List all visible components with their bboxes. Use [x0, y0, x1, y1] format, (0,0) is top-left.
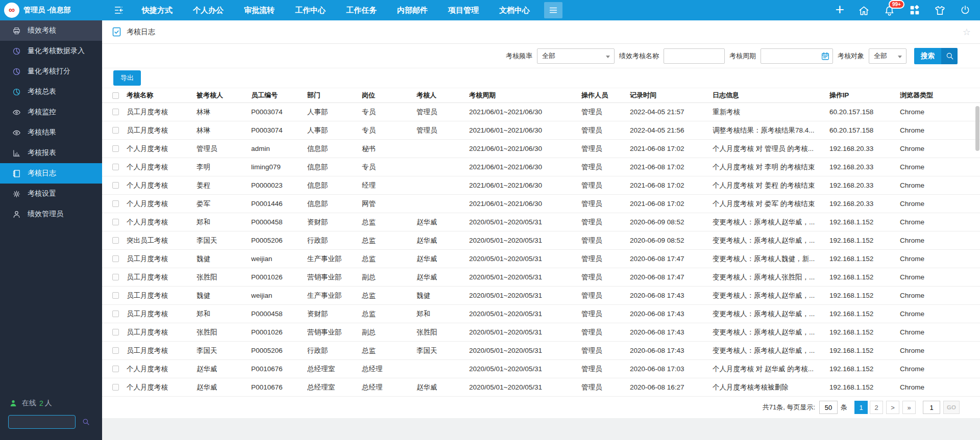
cell-operator: 管理员 — [581, 365, 630, 374]
header-cell: 考核人 — [416, 91, 469, 100]
vertical-scrollbar-thumb[interactable] — [975, 106, 979, 151]
cell-person: 魏健 — [197, 291, 251, 300]
table-row: 个人月度考核赵华威P0010676总经理室总经理赵华威2020/05/01~20… — [102, 378, 980, 397]
page-title: 考核日志 — [127, 28, 155, 37]
cell-emp: P0010676 — [251, 365, 307, 373]
row-checkbox[interactable] — [112, 347, 119, 354]
assessment-name-input[interactable] — [664, 48, 725, 64]
row-checkbox[interactable] — [112, 164, 119, 170]
search-button[interactable]: 搜索 — [914, 48, 958, 64]
sidebar-collapse-icon[interactable] — [113, 5, 125, 16]
go-button[interactable]: GO — [943, 401, 960, 414]
cell-log: 调整考核结果：原考核结果78.4... — [713, 126, 829, 135]
cell-person: 李明 — [197, 163, 251, 172]
row-checkbox[interactable] — [112, 145, 119, 152]
cell-period: 2020/05/01~2020/05/31 — [469, 218, 581, 226]
cell-assessor: 赵华威 — [416, 218, 469, 227]
next-page-button[interactable]: > — [886, 401, 899, 414]
cell-person: 李国天 — [197, 236, 251, 245]
target-select[interactable]: 全部 — [869, 48, 906, 64]
page-button-1[interactable]: 1 — [854, 401, 868, 414]
favorite-star-icon[interactable]: ☆ — [963, 27, 971, 38]
last-page-button[interactable]: » — [902, 401, 916, 414]
page-size-input[interactable] — [819, 401, 838, 414]
row-checkbox[interactable] — [112, 366, 119, 372]
pagination-bar: 共71条, 每页显示: 条 12 > » GO — [102, 397, 980, 418]
row-checkbox[interactable] — [112, 109, 119, 115]
sidebar-item[interactable]: 考核日志 — [0, 163, 102, 184]
nav-item-8[interactable]: 文档中心 — [499, 6, 530, 15]
sidebar-item-label: 考核设置 — [28, 189, 56, 198]
cell-browser: Chrome — [900, 126, 980, 134]
notification-count-badge: 99+ — [889, 0, 904, 9]
sidebar-item[interactable]: 考核设置 — [0, 184, 102, 204]
cell-name: 员工月度考核 — [127, 328, 197, 337]
table-row: 突出员工考核李国天P0005206行政部总监赵华威2020/05/01~2020… — [102, 231, 980, 250]
cell-time: 2020-06-08 16:27 — [630, 383, 713, 391]
nav-more-button[interactable] — [544, 2, 562, 18]
cell-browser: Chrome — [900, 383, 980, 391]
nav-item-1[interactable]: 快捷方式 — [142, 6, 173, 15]
nav-item-3[interactable]: 审批流转 — [244, 6, 275, 15]
row-checkbox[interactable] — [112, 219, 119, 225]
calendar-icon[interactable] — [821, 51, 830, 61]
sidebar-item[interactable]: 考核监控 — [0, 102, 102, 122]
row-checkbox[interactable] — [112, 292, 119, 299]
row-checkbox[interactable] — [112, 255, 119, 262]
sidebar-item[interactable]: 考核报表 — [0, 143, 102, 163]
sidebar-item[interactable]: 绩效考核 — [0, 20, 102, 41]
cell-period: 2020/05/01~2020/05/31 — [469, 383, 581, 391]
sidebar-search-input[interactable] — [8, 415, 76, 429]
online-suffix: 人 — [45, 399, 52, 408]
cell-name: 突出员工考核 — [127, 236, 197, 245]
sidebar-search-icon[interactable] — [82, 418, 90, 426]
cell-ip: 60.20.157.158 — [829, 108, 900, 116]
select-all-checkbox[interactable] — [112, 92, 119, 99]
sidebar-item[interactable]: 量化考核打分 — [0, 61, 102, 82]
header-cell: 考核名称 — [127, 91, 197, 100]
sidebar-item[interactable]: 绩效管理员 — [0, 204, 102, 224]
page-button-2[interactable]: 2 — [870, 401, 883, 414]
cell-post: 总经理 — [362, 365, 416, 374]
nav-item-2[interactable]: 个人办公 — [193, 6, 224, 15]
add-icon[interactable]: + — [835, 2, 844, 17]
cell-emp: weijian — [251, 255, 307, 263]
nav-item-5[interactable]: 工作任务 — [346, 6, 377, 15]
apps-grid-icon[interactable] — [909, 5, 920, 16]
sidebar-item[interactable]: 考核总表 — [0, 82, 102, 102]
row-checkbox[interactable] — [112, 237, 119, 244]
chart-icon — [12, 149, 21, 158]
sidebar-item[interactable]: 考核结果 — [0, 122, 102, 143]
row-checkbox[interactable] — [112, 127, 119, 134]
cell-time: 2020-06-08 17:43 — [630, 310, 713, 318]
row-checkbox[interactable] — [112, 329, 119, 335]
user-department-title: 管理员 -信息部 — [23, 6, 71, 15]
cell-browser: Chrome — [900, 328, 980, 336]
cell-time: 2020-06-09 08:52 — [630, 237, 713, 244]
cell-assessor: 张胜阳 — [416, 328, 469, 337]
home-icon[interactable] — [858, 5, 870, 16]
row-checkbox[interactable] — [112, 310, 119, 317]
notifications-bell-icon[interactable]: 99+ — [884, 5, 895, 16]
cell-name: 员工月度考核 — [127, 126, 197, 135]
logout-power-icon[interactable] — [960, 5, 971, 16]
nav-item-6[interactable]: 内部邮件 — [397, 6, 428, 15]
row-checkbox[interactable] — [112, 384, 119, 391]
row-checkbox[interactable] — [112, 274, 119, 280]
cell-emp: P0001026 — [251, 273, 307, 281]
cell-time: 2020-06-08 17:03 — [630, 365, 713, 373]
cell-dept: 总经理室 — [307, 365, 362, 374]
sidebar-item[interactable]: 量化考核数据录入 — [0, 41, 102, 61]
cell-time: 2021-06-08 17:02 — [630, 145, 713, 152]
row-checkbox[interactable] — [112, 200, 119, 207]
online-label: 在线 — [22, 399, 36, 408]
nav-item-7[interactable]: 项目管理 — [448, 6, 479, 15]
export-button[interactable]: 导出 — [113, 70, 141, 86]
cell-browser: Chrome — [900, 108, 980, 116]
freq-select[interactable]: 全部 — [537, 48, 615, 64]
nav-item-4[interactable]: 工作中心 — [295, 6, 326, 15]
theme-shirt-icon[interactable] — [934, 5, 946, 16]
cell-emp: P0005206 — [251, 347, 307, 354]
row-checkbox[interactable] — [112, 182, 119, 189]
goto-page-input[interactable] — [923, 401, 940, 414]
